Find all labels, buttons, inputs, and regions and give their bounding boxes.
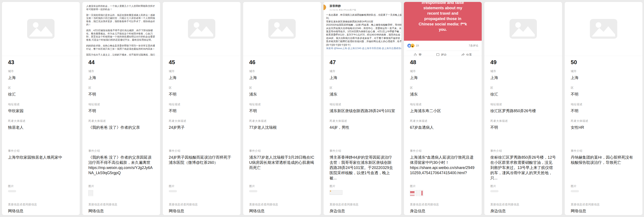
field-address: 地址描述 不明 xyxy=(249,102,315,113)
field-value-deceased: 67岁血透病人 xyxy=(410,125,476,130)
field-city: 城市 上海 xyxy=(8,69,74,80)
image-placeholder-icon xyxy=(268,19,296,39)
field-label-city: 城市 xyxy=(410,69,476,73)
card-image-area xyxy=(484,2,562,56)
field-value-direct: 网络信息 xyxy=(88,209,154,214)
share-outline-icon xyxy=(461,53,465,56)
field-direct: 直接信息还是间接信息 网络信息 xyxy=(8,203,74,214)
weibo-text-line: 到。 xyxy=(326,16,399,20)
card-image-area xyxy=(565,2,642,56)
field-label-deceased: 死者大体描述 xyxy=(169,119,234,123)
card-number: 45 xyxy=(169,59,234,66)
field-value-address: 华欣家园 xyxy=(8,108,74,113)
field-value-district: 浦东 xyxy=(330,92,395,97)
field-label-city: 城市 xyxy=(490,69,556,73)
field-city: 城市 上海 xyxy=(249,69,315,80)
field-label-address: 地址描述 xyxy=(330,102,395,106)
red-post-text-line: you. xyxy=(418,27,467,32)
weibo-username: 茶香禅静 xyxy=(330,4,399,8)
field-city: 城市 上海 xyxy=(410,69,476,80)
field-value-deceased: 独居老人 xyxy=(8,125,74,130)
field-deceased: 死者大体描述 《我的爸爸 没了》作者的父亲 xyxy=(88,119,154,130)
field-label-address: 地址描述 xyxy=(410,102,476,106)
field-district: 区 浦东 xyxy=(330,86,395,97)
field-label-deceased: 死者大体描述 xyxy=(330,119,395,123)
reaction-bar: 197条评论 xyxy=(404,41,482,51)
card-body: 47 城市 上海 区 浦东 地址描述 浦东新区唐镇创新西路28弄24号101室 … xyxy=(324,56,401,215)
field-label-deceased: 死者大体描述 xyxy=(490,119,556,123)
card-body: 46 城市 上海 区 浦东 地址描述 不明 死者大体描述 77岁老人沈瑞根 事件… xyxy=(243,56,321,215)
field-label-image: 图片 xyxy=(88,184,154,188)
article-paragraph: 妈妈四处求助，在热心物业及居委的帮助下得到一张非常宝贵的通行证，整个街区就只有三… xyxy=(86,44,156,51)
weibo-text-line: 一名志愿者，昨日我投入路浦西核酸检测的队伍，但是累了一天后晚上接 xyxy=(326,13,399,16)
case-card[interactable]: 45 城市 上海 区 不明 地址描述 不明 死者大体描述 24岁男子 事件介绍 … xyxy=(162,2,241,215)
weibo-text-line: 恳求相关部门能帮忙处理好后续问题，并做好两位老人的心理疏导，给予 xyxy=(326,40,399,43)
card-number: 49 xyxy=(490,59,556,66)
case-card[interactable]: 49 城市 上海 区 徐汇 地址描述 徐汇区罗秀路850弄26号楼 死者大体描述… xyxy=(484,2,562,215)
field-address: 地址描述 徐汇区罗秀路850弄26号楼 xyxy=(490,102,556,113)
card-grid: 43 城市 上海 区 徐汇 地址描述 华欣家园 死者大体描述 独居老人 事件介绍… xyxy=(0,0,644,217)
case-card[interactable]: 茶香禅静4-2 02:31 来自 iPhone客户端一名志愿者，昨日我投入路浦西… xyxy=(323,2,402,215)
field-value-city: 上海 xyxy=(410,75,476,80)
field-label-event: 事件介绍 xyxy=(410,149,476,153)
field-image: 图片 xyxy=(330,184,395,196)
field-direct: 直接信息还是间接信息 网络信息 xyxy=(88,203,154,214)
field-value-address: 浦东新区唐镇创新西路28弄24号101室 xyxy=(330,108,395,113)
field-value-city: 上海 xyxy=(330,75,395,80)
field-label-image: 图片 xyxy=(8,184,74,188)
field-value-deceased: 24岁男子 xyxy=(169,125,234,130)
field-image: 图片 xyxy=(169,184,234,196)
field-district: 区 浦东 xyxy=(249,86,315,97)
avatar xyxy=(324,4,326,10)
field-label-city: 城市 xyxy=(330,69,395,73)
image-placeholder xyxy=(243,2,321,56)
field-city: 城市 上海 xyxy=(490,69,556,80)
field-label-direct: 直接信息还是间接信息 xyxy=(330,203,395,207)
weibo-text-line: 哥家住浦东新区唐镇创新西路28弄24号101室 xyxy=(326,20,399,23)
image-thumbnails xyxy=(88,190,154,196)
field-value-event: 坐标徐汇区罗秀路850弄26号楼，12号在小区群里求救需要硝酸甘油，没见到救护车… xyxy=(490,155,556,181)
field-label-address: 地址描述 xyxy=(88,102,154,106)
share-action-button[interactable]: 分享 xyxy=(461,53,472,56)
thumbnail-doc-wide xyxy=(330,190,342,195)
case-card[interactable]: 43 城市 上海 区 徐汇 地址描述 华欣家园 死者大体描述 独居老人 事件介绍… xyxy=(2,2,80,215)
field-value-city: 上海 xyxy=(8,75,74,80)
field-value-address: 不明 xyxy=(169,108,234,113)
reaction-icons xyxy=(407,44,414,48)
field-value-district: 不明 xyxy=(88,92,154,97)
field-label-deceased: 死者大体描述 xyxy=(88,119,154,123)
article-paragraph: 然而，4月3日被告知爸爸不得不进行高位截肢，由于下肢动脉硬化，整条腿要截去。作为… xyxy=(86,29,156,41)
image-placeholder xyxy=(484,2,562,56)
case-card[interactable]: 46 城市 上海 区 浦东 地址描述 不明 死者大体描述 77岁老人沈瑞根 事件… xyxy=(243,2,321,215)
field-value-direct: 网络信息 xyxy=(8,209,74,214)
field-label-address: 地址描述 xyxy=(169,102,234,106)
field-label-city: 城市 xyxy=(169,69,234,73)
field-value-event: 博主茶香禅静44岁的堂哥因延误治疗去世：我哥哥家住浦东新区唐镇创新西路28弄24… xyxy=(330,155,395,181)
field-label-district: 区 xyxy=(490,86,556,90)
field-value-deceased: 《我的爸爸 没了》作者的父亲 xyxy=(88,125,154,130)
card-number: 43 xyxy=(8,59,74,66)
field-image: 图片 xyxy=(8,184,74,196)
field-value-direct: 身边信息 xyxy=(410,209,476,214)
comment-action-button[interactable]: 评论 xyxy=(436,53,447,56)
case-card[interactable]: irresponsible and falsestatements about … xyxy=(404,2,482,215)
field-value-deceased: 女性HR xyxy=(571,125,636,130)
thumbnail-sliver xyxy=(416,190,418,196)
field-event: 事件介绍 坐标徐汇区罗秀路850弄26号楼，12号在小区群里求救需要硝酸甘油，没… xyxy=(490,149,556,181)
card-image-area: 茶香禅静4-2 02:31 来自 iPhone客户端一名志愿者，昨日我投入路浦西… xyxy=(324,2,401,56)
image-placeholder xyxy=(565,2,642,56)
field-value-district: 徐汇 xyxy=(490,92,556,97)
article-screenshot: 人都没有这样的机会，一个病人需要几十个人的同时帮助和关怀才有可能获得一丝的机会！… xyxy=(82,2,160,56)
thumbnail-pill xyxy=(8,190,16,192)
image-placeholder xyxy=(2,2,80,56)
weibo-text-line: [合十][合十][合十][合十] xyxy=(326,43,399,46)
like-action-button[interactable]: 赞 xyxy=(414,53,422,56)
case-card[interactable]: 人都没有这样的机会，一个病人需要几十个人的同时帮助和关怀才有可能获得一丝的机会！… xyxy=(82,2,160,215)
field-event: 事件介绍 博主茶香禅静44岁的堂哥因延误治疗去世：我哥哥家住浦东新区唐镇创新西路… xyxy=(330,149,395,181)
field-value-city: 上海 xyxy=(169,75,234,80)
field-value-district: 浦东 xyxy=(249,92,315,97)
field-event: 事件介绍 丹纳赫集团的某Hr，因心脏猝死没有核酸报告耽误治疗，导致死亡 xyxy=(571,149,636,181)
field-label-direct: 直接信息还是间接信息 xyxy=(249,203,315,207)
field-label-event: 事件介绍 xyxy=(169,149,234,153)
case-card[interactable]: 50 城市 上海 区 不明 地址描述 不明 死者大体描述 女性HR 事件介绍 丹… xyxy=(564,2,643,215)
